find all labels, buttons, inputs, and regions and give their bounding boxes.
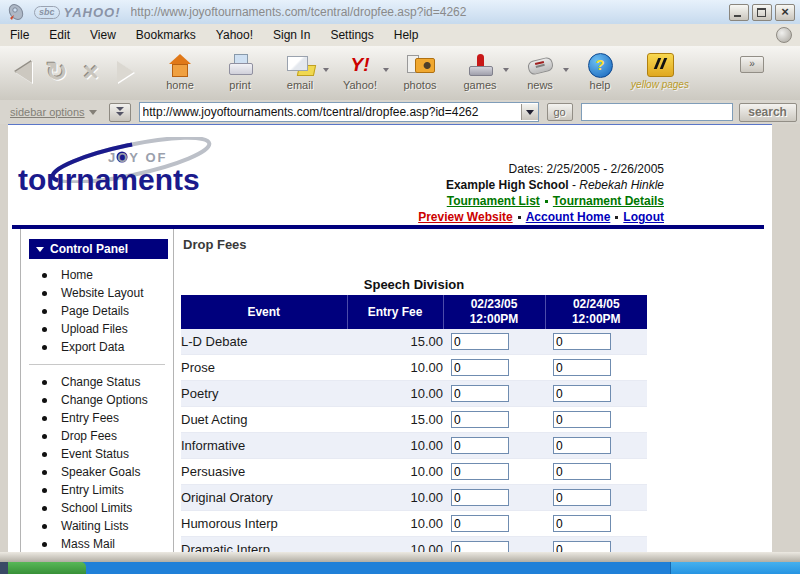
sidebar-item-drop-fees[interactable]: Drop Fees: [21, 427, 173, 445]
go-button[interactable]: go: [547, 103, 573, 121]
school-name: Example High School: [446, 178, 569, 192]
drop-count-input-humorous-interp-1[interactable]: [451, 515, 509, 532]
sidebar-item-speaker-goals[interactable]: Speaker Goals: [21, 463, 173, 481]
toolbar-photos-button[interactable]: photos: [390, 50, 450, 96]
drop-count-input-duet-acting-2[interactable]: [553, 411, 611, 428]
url-dropdown-button[interactable]: [521, 104, 538, 120]
drop-count-input-poetry-2[interactable]: [553, 385, 611, 402]
menu-settings[interactable]: Settings: [320, 24, 383, 46]
drop-count-input-original-oratory-2[interactable]: [553, 489, 611, 506]
drop-count-cell: [545, 355, 647, 381]
bullet-icon: [42, 309, 47, 314]
menu-view[interactable]: View: [80, 24, 126, 46]
toolbar-yellow-pages-button[interactable]: yellow pages: [630, 50, 690, 96]
toolbar-email-button[interactable]: email: [270, 50, 330, 96]
toolbar-yahoo-button[interactable]: Y!Yahoo!: [330, 50, 390, 96]
menu-bookmarks[interactable]: Bookmarks: [126, 24, 206, 46]
toolbar-help-button[interactable]: ?help: [570, 50, 630, 96]
sidebar-item-home[interactable]: Home: [21, 266, 173, 284]
sidebar-item-change-status[interactable]: Change Status: [21, 373, 173, 391]
link-preview-website[interactable]: Preview Website: [418, 210, 513, 224]
search-input[interactable]: [581, 103, 733, 121]
event-cell: Humorous Interp: [181, 511, 347, 537]
drop-count-input-persuasive-2[interactable]: [553, 463, 611, 480]
minimize-button[interactable]: [729, 4, 749, 21]
throbber-rocket-icon: [776, 27, 792, 43]
menu-help[interactable]: Help: [384, 24, 429, 46]
separator-square-icon: [615, 216, 618, 219]
table-body: L-D Debate15.00Prose10.00Poetry10.00Duet…: [181, 329, 647, 553]
menu-edit[interactable]: Edit: [39, 24, 80, 46]
url-input[interactable]: [140, 104, 521, 120]
toolbar-print-button[interactable]: print: [210, 50, 270, 96]
link-account-home[interactable]: Account Home: [526, 210, 611, 224]
yahoo-logo: YAHOO!: [64, 5, 121, 20]
maximize-button[interactable]: [752, 4, 772, 21]
forward-button[interactable]: [110, 56, 140, 88]
bullet-icon: [42, 470, 47, 475]
link-tournament-list[interactable]: Tournament List: [447, 194, 540, 208]
drop-count-cell: [443, 485, 545, 511]
drop-count-input-original-oratory-1[interactable]: [451, 489, 509, 506]
title-url: http://www.joyoftournaments.com/tcentral…: [131, 5, 729, 19]
drop-count-input-prose-2[interactable]: [553, 359, 611, 376]
drop-count-cell: [443, 355, 545, 381]
toolbar-news-button[interactable]: news: [510, 50, 570, 96]
stop-button[interactable]: ×: [76, 56, 106, 88]
drop-count-input-informative-2[interactable]: [553, 437, 611, 454]
sidebar-options-button[interactable]: sidebar options: [10, 106, 97, 118]
sidebar-item-website-layout[interactable]: Website Layout: [21, 284, 173, 302]
control-panel-header[interactable]: Control Panel: [29, 239, 168, 259]
yahoo-icon: Y!: [351, 53, 370, 77]
search-button[interactable]: search: [739, 103, 797, 122]
contact-name: Rebekah Hinkle: [579, 178, 664, 192]
sidebar-item-entry-fees[interactable]: Entry Fees: [21, 409, 173, 427]
bullet-icon: [42, 434, 47, 439]
sidebar-item-event-status[interactable]: Event Status: [21, 445, 173, 463]
drop-count-input-l-d-debate-1[interactable]: [451, 333, 509, 350]
drop-count-cell: [545, 329, 647, 355]
taskbar-window-button[interactable]: [670, 562, 800, 574]
drop-count-input-informative-1[interactable]: [451, 437, 509, 454]
sidebar-item-upload-files[interactable]: Upload Files: [21, 320, 173, 338]
sidebar-item-change-options[interactable]: Change Options: [21, 391, 173, 409]
sidebar-item-export-data[interactable]: Export Data: [21, 338, 173, 356]
sidebar-item-mass-mail[interactable]: Mass Mail: [21, 535, 173, 553]
refresh-button[interactable]: ↻: [42, 56, 72, 88]
sidebar-item-page-details[interactable]: Page Details: [21, 302, 173, 320]
menu-file[interactable]: File: [0, 24, 39, 46]
collapse-sidebar-button[interactable]: [109, 103, 131, 122]
home-icon: [167, 53, 193, 77]
entry-fee-cell: 10.00: [347, 511, 443, 537]
back-button[interactable]: [8, 56, 38, 88]
toolbar-overflow-button[interactable]: »: [740, 56, 764, 73]
menu-yahoo[interactable]: Yahoo!: [206, 24, 263, 46]
drop-count-input-poetry-1[interactable]: [451, 385, 509, 402]
event-cell: Dramatic Interp: [181, 537, 347, 554]
sidebar-item-label: Page Details: [61, 302, 129, 320]
link-logout[interactable]: Logout: [623, 210, 664, 224]
drop-count-input-humorous-interp-2[interactable]: [553, 515, 611, 532]
sidebar-item-label: Waiting Lists: [61, 517, 129, 535]
joy-of-tournaments-logo: JOY OF tournaments: [16, 137, 256, 217]
sidebar-item-school-limits[interactable]: School Limits: [21, 499, 173, 517]
control-panel-items: HomeWebsite LayoutPage DetailsUpload Fil…: [21, 266, 173, 553]
bullet-icon: [42, 327, 47, 332]
main-panel: Drop Fees Speech Division EventEntry Fee…: [181, 229, 659, 553]
drop-count-input-persuasive-1[interactable]: [451, 463, 509, 480]
start-button[interactable]: [8, 562, 86, 574]
close-button[interactable]: [775, 4, 795, 21]
link-tournament-details[interactable]: Tournament Details: [553, 194, 664, 208]
bullet-icon: [42, 524, 47, 529]
toolbar-games-button[interactable]: games: [450, 50, 510, 96]
sidebar-item-waiting-lists[interactable]: Waiting Lists: [21, 517, 173, 535]
page-header-info: Dates: 2/25/2005 - 2/26/2005 Example Hig…: [418, 161, 664, 225]
drop-count-input-duet-acting-1[interactable]: [451, 411, 509, 428]
drop-count-input-l-d-debate-2[interactable]: [553, 333, 611, 350]
yellowpages-icon: [647, 53, 674, 77]
drop-count-input-prose-1[interactable]: [451, 359, 509, 376]
toolbar-home-button[interactable]: home: [150, 50, 210, 96]
table-row: L-D Debate15.00: [181, 329, 647, 355]
menu-sign-in[interactable]: Sign In: [263, 24, 320, 46]
sidebar-item-entry-limits[interactable]: Entry Limits: [21, 481, 173, 499]
